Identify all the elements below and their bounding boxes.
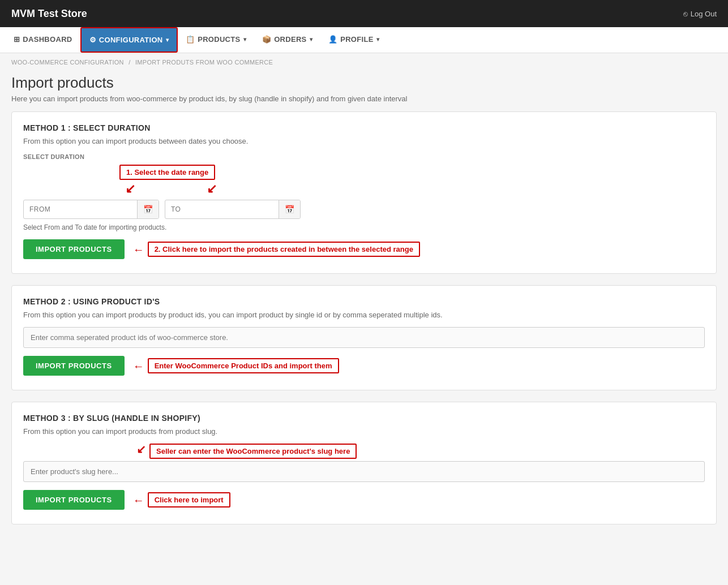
date-hint: Select From and To date for importing pr… (23, 223, 705, 231)
nav-item-configuration[interactable]: ⚙ CONFIGURATION ▾ (80, 27, 178, 53)
logout-button[interactable]: ⎋ Log Out (683, 10, 717, 18)
from-date-wrapper: 📅 (23, 200, 159, 219)
profile-icon: 👤 (328, 35, 337, 44)
dashboard-icon: ⊞ (14, 35, 20, 44)
orders-icon: 📦 (262, 35, 271, 44)
chevron-down-icon: ▾ (166, 37, 169, 43)
logout-icon: ⎋ (683, 10, 688, 18)
date-inputs-row: 📅 📅 (23, 200, 705, 219)
configuration-icon: ⚙ (89, 36, 96, 44)
method1-card: METHOD 1 : SELECT DURATION From this opt… (11, 111, 717, 274)
duration-label: SELECT DURATION (23, 153, 705, 160)
slug-input[interactable] (23, 461, 705, 482)
chevron-down-icon: ▾ (243, 36, 246, 42)
annotation-select-date: 1. Select the date range (119, 165, 215, 180)
method1-import-button[interactable]: IMPORT PRODUCTS (23, 239, 125, 259)
method3-import-button[interactable]: IMPORT PRODUCTS (23, 490, 125, 510)
from-date-input[interactable] (24, 201, 137, 218)
main-content: METHOD 1 : SELECT DURATION From this opt… (0, 111, 728, 553)
annotation-slug-import-row: ← Click here to import (133, 492, 230, 507)
method2-import-button[interactable]: IMPORT PRODUCTS (23, 356, 125, 376)
arrow-icon: ← (133, 244, 144, 255)
chevron-down-icon: ▾ (310, 36, 312, 42)
to-date-wrapper: 📅 (165, 200, 301, 219)
method3-desc: From this option you can import products… (23, 427, 705, 436)
to-date-input[interactable] (165, 201, 279, 218)
nav-item-profile[interactable]: 👤 PROFILE ▾ (320, 27, 387, 53)
app-title: MVM Test Store (11, 8, 87, 20)
topbar: MVM Test Store ⎋ Log Out (0, 0, 728, 27)
method2-btn-row: IMPORT PRODUCTS ← Enter WooCommerce Prod… (23, 356, 705, 376)
method1-btn-row: IMPORT PRODUCTS ← 2. Click here to impor… (23, 239, 705, 259)
chevron-down-icon: ▾ (376, 36, 379, 42)
method3-btn-row: IMPORT PRODUCTS ← Click here to import (23, 490, 705, 510)
method2-desc: From this option you can import products… (23, 311, 705, 319)
arrow-icon: ← (133, 494, 144, 506)
to-calendar-button[interactable]: 📅 (279, 200, 300, 218)
method3-title: METHOD 3 : BY SLUG (HANDLE IN SHOPIFY) (23, 414, 705, 423)
nav-item-dashboard[interactable]: ⊞ DASHBOARD (6, 27, 80, 53)
page-header: Import products Here you can import prod… (0, 71, 728, 111)
arrow-icon: ↙ (136, 444, 146, 455)
nav-menu: ⊞ DASHBOARD ⚙ CONFIGURATION ▾ 📋 PRODUCTS… (0, 27, 728, 53)
page-title: Import products (11, 74, 717, 92)
product-ids-input[interactable] (23, 327, 705, 348)
nav-item-products[interactable]: 📋 PRODUCTS ▾ (178, 27, 254, 53)
method2-title: METHOD 2 : USING PRODUCT ID'S (23, 297, 705, 306)
breadcrumb: WOO-COMMERCE CONFIGURATION / IMPORT PROD… (0, 53, 728, 71)
annotation-import-range: 2. Click here to import the products cre… (148, 242, 420, 257)
products-icon: 📋 (186, 35, 195, 44)
annotation-click-import: Click here to import (148, 492, 230, 507)
nav-item-orders[interactable]: 📦 ORDERS ▾ (254, 27, 320, 53)
method1-title: METHOD 1 : SELECT DURATION (23, 123, 705, 132)
arrow-icon: ← (133, 360, 144, 372)
method3-card: METHOD 3 : BY SLUG (HANDLE IN SHOPIFY) F… (11, 402, 717, 524)
from-calendar-button[interactable]: 📅 (137, 200, 159, 218)
method1-desc: From this option you can import products… (23, 137, 705, 145)
annotation2-row: ← 2. Click here to import the products c… (133, 242, 420, 257)
annotation-enter-ids: Enter WooCommerce Product IDs and import… (148, 358, 339, 373)
method2-card: METHOD 2 : USING PRODUCT ID'S From this … (11, 285, 717, 390)
page-subtitle: Here you can import products from woo-co… (11, 94, 717, 103)
annotation-slug-input: Seller can enter the WooCommerce product… (149, 444, 357, 459)
annotation-ids-row: ← Enter WooCommerce Product IDs and impo… (133, 358, 339, 373)
